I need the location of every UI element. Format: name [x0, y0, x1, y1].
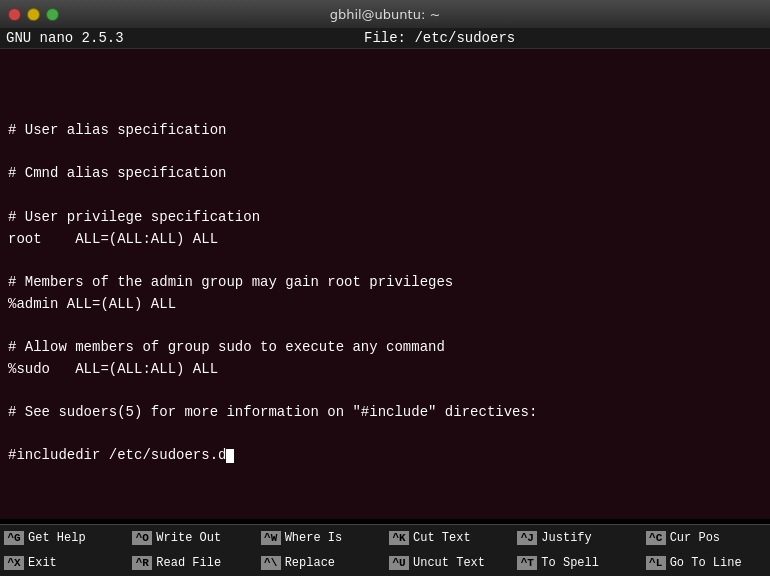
shortcut-label: Exit: [28, 556, 57, 570]
shortcut-key: ^K: [389, 531, 409, 545]
window-title: gbhil@ubuntu: ~: [330, 7, 441, 22]
shortcut-label: Read File: [156, 556, 221, 570]
shortcut-label: Where Is: [285, 531, 343, 545]
shortcut-label: Go To Line: [670, 556, 742, 570]
shortcut-label: Cur Pos: [670, 531, 720, 545]
shortcut-item[interactable]: ^\Replace: [257, 551, 385, 577]
shortcut-key: ^X: [4, 556, 24, 570]
nano-version: GNU nano 2.5.3: [6, 30, 124, 46]
shortcut-label: Replace: [285, 556, 335, 570]
shortcut-item[interactable]: ^GGet Help: [0, 525, 128, 551]
minimize-button[interactable]: [27, 8, 40, 21]
shortcut-key: ^\: [261, 556, 281, 570]
editor-area[interactable]: # User alias specification # Cmnd alias …: [0, 49, 770, 519]
editor-content: # User alias specification # Cmnd alias …: [8, 98, 762, 467]
shortcut-key: ^U: [389, 556, 409, 570]
shortcut-key: ^O: [132, 531, 152, 545]
shortcut-label: Get Help: [28, 531, 86, 545]
shortcut-key: ^C: [646, 531, 666, 545]
shortcut-key: ^R: [132, 556, 152, 570]
nano-header: GNU nano 2.5.3 File: /etc/sudoers: [0, 28, 770, 49]
shortcut-item[interactable]: ^RRead File: [128, 551, 256, 577]
shortcut-label: Justify: [541, 531, 591, 545]
shortcut-item[interactable]: ^JJustify: [513, 525, 641, 551]
shortcut-label: To Spell: [541, 556, 599, 570]
shortcuts-bar: ^GGet Help^OWrite Out^WWhere Is^KCut Tex…: [0, 524, 770, 576]
shortcut-key: ^L: [646, 556, 666, 570]
close-button[interactable]: [8, 8, 21, 21]
shortcut-label: Write Out: [156, 531, 221, 545]
titlebar: gbhil@ubuntu: ~: [0, 0, 770, 28]
shortcut-key: ^J: [517, 531, 537, 545]
shortcut-item[interactable]: ^LGo To Line: [642, 551, 770, 577]
shortcut-item[interactable]: ^UUncut Text: [385, 551, 513, 577]
shortcut-key: ^T: [517, 556, 537, 570]
shortcut-key: ^G: [4, 531, 24, 545]
shortcut-label: Uncut Text: [413, 556, 485, 570]
shortcut-item[interactable]: ^WWhere Is: [257, 525, 385, 551]
shortcut-key: ^W: [261, 531, 281, 545]
shortcut-item[interactable]: ^TTo Spell: [513, 551, 641, 577]
nano-spacer: [756, 30, 764, 46]
shortcut-label: Cut Text: [413, 531, 471, 545]
shortcut-item[interactable]: ^KCut Text: [385, 525, 513, 551]
shortcut-item[interactable]: ^CCur Pos: [642, 525, 770, 551]
shortcut-item[interactable]: ^OWrite Out: [128, 525, 256, 551]
maximize-button[interactable]: [46, 8, 59, 21]
shortcut-item[interactable]: ^XExit: [0, 551, 128, 577]
file-path: File: /etc/sudoers: [364, 30, 515, 46]
